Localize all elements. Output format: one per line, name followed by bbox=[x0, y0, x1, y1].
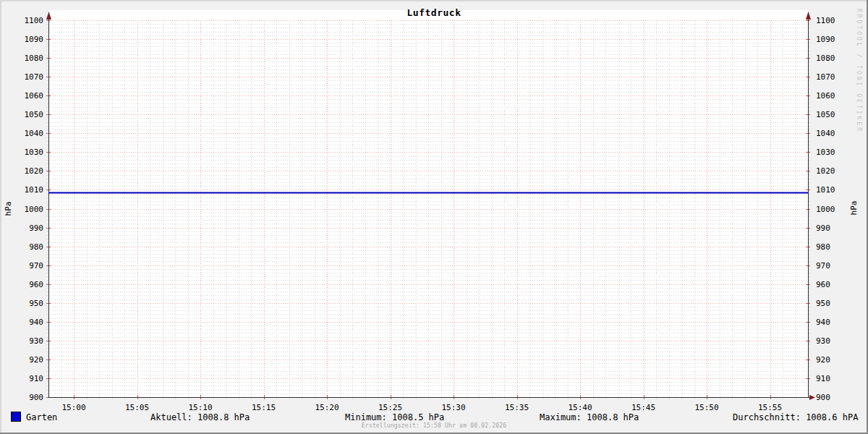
svg-text:1040: 1040 bbox=[816, 129, 835, 138]
svg-text:1020: 1020 bbox=[25, 166, 44, 176]
svg-text:990: 990 bbox=[29, 224, 43, 233]
rrdtool-watermark: RRDTOOL / TOBI OETIKER bbox=[856, 9, 862, 133]
svg-text:1010: 1010 bbox=[25, 185, 44, 195]
svg-text:940: 940 bbox=[816, 318, 830, 327]
svg-text:15:25: 15:25 bbox=[378, 403, 402, 412]
svg-text:1000: 1000 bbox=[25, 205, 44, 214]
stat-aktuell: Aktuell: 1008.8 hPa bbox=[150, 412, 250, 422]
svg-text:960: 960 bbox=[816, 280, 830, 289]
svg-text:960: 960 bbox=[29, 280, 43, 289]
svg-text:1030: 1030 bbox=[816, 148, 835, 157]
svg-text:15:40: 15:40 bbox=[568, 403, 592, 412]
stat-durchschnitt: Durchschnitt: 1008.6 hPA bbox=[733, 412, 858, 422]
svg-text:15:15: 15:15 bbox=[252, 403, 276, 412]
y-axis-label-left: hPa bbox=[4, 195, 13, 224]
svg-text:15:50: 15:50 bbox=[694, 403, 718, 412]
stat-maximum: Maximum: 1008.8 hPa bbox=[540, 412, 639, 422]
svg-text:970: 970 bbox=[816, 261, 830, 271]
svg-text:930: 930 bbox=[816, 336, 830, 346]
svg-text:15:05: 15:05 bbox=[125, 403, 149, 412]
y-tick-labels-left: 9009109209309409509609709809901000101010… bbox=[25, 16, 44, 402]
svg-text:1080: 1080 bbox=[25, 54, 44, 63]
svg-text:1080: 1080 bbox=[816, 54, 835, 63]
svg-text:970: 970 bbox=[29, 261, 43, 271]
svg-text:1060: 1060 bbox=[25, 91, 44, 101]
svg-text:990: 990 bbox=[816, 224, 830, 233]
svg-text:15:30: 15:30 bbox=[441, 403, 465, 412]
svg-text:930: 930 bbox=[29, 336, 43, 346]
svg-text:980: 980 bbox=[816, 242, 830, 252]
svg-text:950: 950 bbox=[29, 299, 43, 308]
chart-canvas: 9009109209309409509609709809901000101010… bbox=[0, 0, 868, 434]
creation-time-footer: Erstellungszeit: 15:58 Uhr am 08.02.2026 bbox=[0, 422, 868, 429]
svg-text:15:00: 15:00 bbox=[61, 403, 85, 412]
stat-minimum: Minimum: 1008.5 hPa bbox=[345, 412, 444, 422]
svg-text:1050: 1050 bbox=[25, 110, 44, 119]
svg-text:15:55: 15:55 bbox=[758, 403, 782, 412]
chart-title: Luftdruck bbox=[0, 7, 868, 18]
legend-label-garten: Garten bbox=[26, 412, 57, 422]
rrdtool-graph: 9009109209309409509609709809901000101010… bbox=[0, 0, 868, 434]
legend-swatch-garten bbox=[11, 412, 21, 422]
svg-text:15:10: 15:10 bbox=[188, 403, 212, 412]
x-tick-labels: 15:0015:0515:1015:1515:2015:2515:3015:35… bbox=[61, 403, 782, 412]
svg-text:910: 910 bbox=[29, 374, 43, 383]
svg-text:1070: 1070 bbox=[816, 72, 835, 82]
svg-text:1000: 1000 bbox=[816, 205, 835, 214]
right-arrow-icon bbox=[809, 395, 815, 400]
y-tick-labels-right: 9009109209309409509609709809901000101010… bbox=[816, 16, 835, 402]
svg-text:1020: 1020 bbox=[816, 166, 835, 176]
svg-text:910: 910 bbox=[816, 374, 830, 383]
svg-text:900: 900 bbox=[29, 393, 43, 402]
svg-text:1070: 1070 bbox=[25, 72, 44, 82]
y-axis-label-right: hPa bbox=[849, 194, 859, 223]
svg-text:1050: 1050 bbox=[816, 110, 835, 119]
svg-text:980: 980 bbox=[29, 242, 43, 252]
svg-text:15:20: 15:20 bbox=[315, 403, 339, 412]
svg-text:950: 950 bbox=[816, 299, 830, 308]
svg-text:1040: 1040 bbox=[25, 129, 44, 138]
svg-text:940: 940 bbox=[29, 318, 43, 327]
svg-text:1090: 1090 bbox=[25, 35, 44, 44]
svg-text:1010: 1010 bbox=[816, 185, 835, 195]
svg-text:15:45: 15:45 bbox=[631, 403, 655, 412]
svg-text:920: 920 bbox=[816, 355, 830, 365]
svg-text:900: 900 bbox=[816, 393, 830, 402]
svg-text:1090: 1090 bbox=[816, 35, 835, 44]
svg-text:920: 920 bbox=[29, 355, 43, 365]
svg-text:1060: 1060 bbox=[816, 91, 835, 101]
svg-text:1030: 1030 bbox=[25, 148, 44, 157]
svg-text:15:35: 15:35 bbox=[505, 403, 529, 412]
